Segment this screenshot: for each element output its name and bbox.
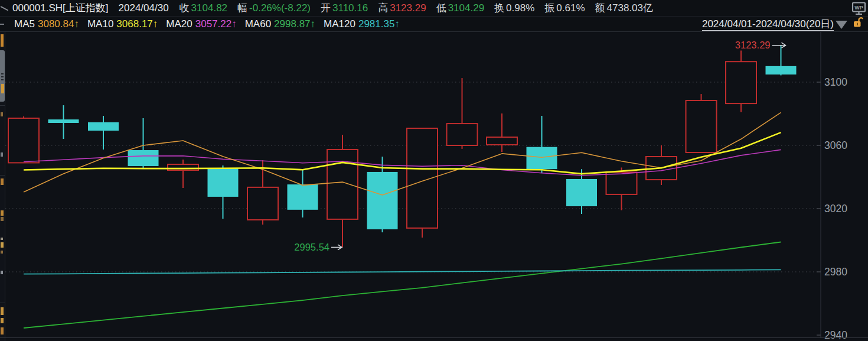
candle-body (48, 119, 79, 123)
quote-field-value: -0.26%(-8.22) (249, 2, 311, 14)
ma-label: MA10 (87, 18, 113, 30)
date-range-selector[interactable]: 2024/04/01-2024/04/30(20日) (702, 18, 834, 31)
candle-body (726, 61, 756, 103)
quote-field: 高3123.29 (378, 1, 426, 15)
ma-legend-item: MA53080.84↑ (14, 18, 79, 30)
ma-label: MA60 (245, 18, 271, 30)
ma-legend-bar: MA53080.84↑MA103068.17↑MA203057.22↑MA602… (0, 17, 868, 32)
ma-value: 3068.17↑ (116, 18, 158, 30)
quote-field-label: 高 (378, 2, 388, 14)
ma-legend-item: MA602998.87↑ (245, 18, 315, 30)
candle-body (327, 150, 358, 219)
quote-fields: 收3104.82幅-0.26%(-8.22)开3110.16高3123.29低3… (180, 1, 663, 15)
quote-field-label: 低 (436, 2, 446, 14)
y-axis-label: 3020 (824, 203, 847, 215)
quote-field-value: 0.98% (506, 2, 534, 14)
unlock-icon[interactable] (853, 17, 863, 31)
ma-legend-item: MA203057.22↑ (166, 18, 236, 30)
candle-body (367, 172, 398, 229)
wp-monitor-icon[interactable]: WP (851, 1, 866, 15)
y-axis-label: 2980 (824, 266, 847, 278)
ma-line-ma60 (24, 242, 781, 329)
candle-body (8, 118, 39, 163)
cropped-icon (0, 24, 4, 25)
ma-legend-items: MA53080.84↑MA103068.17↑MA203057.22↑MA602… (14, 18, 408, 30)
candle-body (686, 100, 717, 152)
candle-body (247, 187, 278, 220)
stock-chart-window: 000001.SH[上证指数] 2024/04/30 收3104.82幅-0.2… (0, 0, 868, 341)
candle-body (766, 66, 797, 74)
ma-value: 3080.84↑ (38, 18, 79, 30)
y-axis-label: 3100 (824, 76, 847, 88)
price-annotation: 3123.29 (735, 40, 771, 50)
quote-date: 2024/04/30 (119, 2, 169, 14)
quote-header-bar: 000001.SH[上证指数] 2024/04/30 收3104.82幅-0.2… (0, 0, 868, 17)
candlestick-chart[interactable]: 310030603020298029403123.292995.54 (0, 32, 868, 341)
candle-body (128, 150, 159, 166)
cropped-icon (1, 4, 8, 12)
ma-legend-item: MA103068.17↑ (87, 18, 158, 30)
candle-body (88, 122, 119, 131)
candle-body (288, 184, 318, 210)
quote-field: 开3110.16 (321, 1, 368, 15)
quote-field: 低3104.29 (436, 1, 484, 15)
quote-field-value: 3104.82 (191, 2, 227, 14)
y-axis-label: 3060 (824, 139, 847, 151)
quote-field-label: 收 (180, 2, 190, 14)
quote-field-label: 换 (494, 2, 504, 14)
chevron-down-icon[interactable] (836, 21, 847, 29)
ma-label: MA20 (166, 18, 192, 30)
quote-field-value: 4738.03亿 (607, 2, 653, 14)
candle-body (208, 168, 239, 197)
candle-body (566, 179, 597, 206)
y-axis-label: 2940 (824, 329, 847, 341)
quote-field-label: 幅 (237, 2, 247, 14)
ma-value: 2998.87↑ (274, 18, 315, 30)
quote-field: 幅-0.26%(-8.22) (237, 1, 311, 15)
ma-value: 2981.35↑ (358, 18, 400, 30)
ma-value: 3057.22↑ (195, 18, 237, 30)
candle-body (487, 137, 517, 145)
quote-field-label: 振 (544, 2, 554, 14)
ma-label: MA120 (324, 18, 355, 30)
quote-field-value: 3104.29 (448, 2, 484, 14)
quote-field: 换0.98% (494, 1, 534, 15)
svg-text:WP: WP (854, 4, 863, 10)
quote-field: 振0.61% (544, 1, 585, 15)
candle-body (407, 128, 438, 228)
quote-field: 额4738.03亿 (595, 1, 653, 15)
quote-field-value: 3110.16 (332, 2, 368, 14)
candle-body (527, 147, 557, 169)
candle-body (168, 164, 198, 170)
candle-body (447, 124, 478, 145)
quote-field: 收3104.82 (180, 1, 227, 15)
candle-body (606, 172, 637, 194)
quote-field-value: 0.61% (556, 2, 585, 14)
ma-legend-item: MA1202981.35↑ (324, 18, 400, 30)
quote-field-value: 3123.29 (390, 2, 426, 14)
quote-field-label: 开 (321, 2, 331, 14)
symbol-title: 000001.SH[上证指数] (12, 1, 109, 15)
price-annotation: 2995.54 (294, 242, 329, 252)
ma-label: MA5 (14, 18, 35, 30)
quote-field-label: 额 (595, 2, 605, 14)
